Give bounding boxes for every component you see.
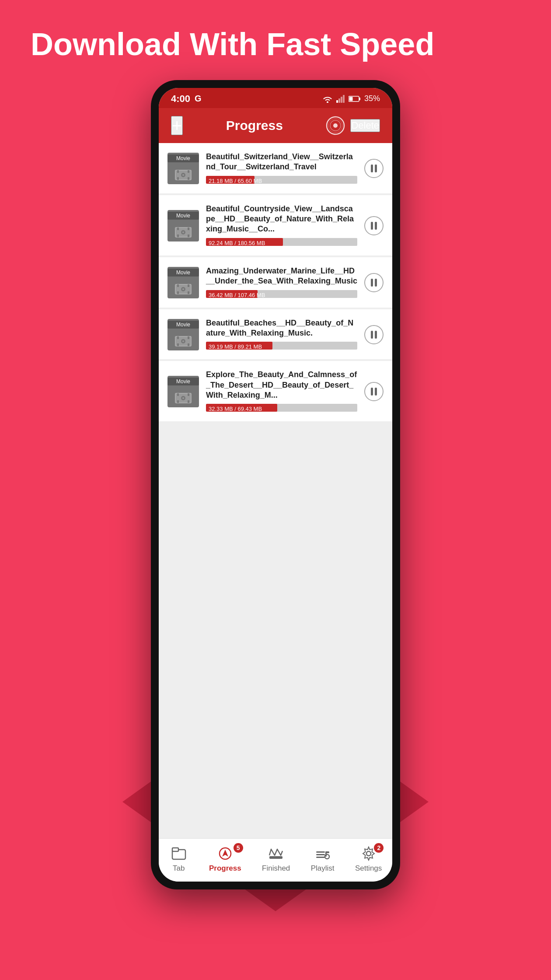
pause-button[interactable] <box>364 273 384 292</box>
hero-title: Download With Fast Speed <box>0 0 551 76</box>
item-info: Beautiful_Countryside_View__Landscape__H… <box>206 204 357 248</box>
nav-item-playlist[interactable]: Playlist <box>311 846 335 873</box>
progress-badge: 5 <box>234 843 243 853</box>
item-info: Beautiful_Beaches__HD__Beauty_of_Nature_… <box>206 318 357 352</box>
status-time: 4:00 <box>171 93 190 105</box>
nav-item-tab[interactable]: Tab <box>169 846 188 873</box>
svg-rect-42 <box>177 400 179 403</box>
svg-rect-34 <box>188 336 189 339</box>
settings-nav-icon: 2 <box>359 846 378 861</box>
tab-nav-label: Tab <box>173 864 185 873</box>
item-name: Beautiful_Countryside_View__Landscape__H… <box>206 204 357 234</box>
svg-rect-51 <box>316 854 325 855</box>
svg-point-31 <box>182 288 184 290</box>
download-item: Movie Beautiful_Switzerland_View__Switze… <box>159 143 392 193</box>
pause-icon <box>371 331 377 339</box>
svg-point-56 <box>366 851 371 856</box>
download-item: Movie Beautiful_Beaches__HD__Beauty_of_N… <box>159 309 392 360</box>
svg-rect-35 <box>177 343 179 346</box>
progress-nav-label: Progress <box>209 864 241 873</box>
wifi-icon <box>322 95 333 103</box>
svg-rect-29 <box>188 291 189 294</box>
svg-rect-36 <box>188 343 189 346</box>
svg-point-45 <box>182 397 184 399</box>
svg-rect-50 <box>316 851 325 853</box>
svg-rect-28 <box>177 291 179 294</box>
movie-label: Movie <box>167 378 199 385</box>
app-header: + Progress Delete <box>159 108 392 143</box>
pause-icon <box>371 222 377 230</box>
settings-nav-label: Settings <box>355 864 382 873</box>
svg-rect-20 <box>188 228 189 230</box>
google-icon: G <box>195 94 202 104</box>
movie-label: Movie <box>167 321 199 329</box>
pause-icon <box>371 388 377 396</box>
svg-rect-55 <box>325 851 329 853</box>
progress-bar-container: 92.24 MB / 180.56 MB <box>206 238 357 248</box>
svg-rect-33 <box>177 336 179 339</box>
download-item: Movie Beautiful_Countryside_View__Landsc… <box>159 195 392 256</box>
progress-bar-container: 36.42 MB / 107.46 MB <box>206 290 357 300</box>
svg-point-24 <box>182 231 184 233</box>
phone-screen: 4:00 G <box>159 88 392 882</box>
add-button[interactable]: + <box>171 116 183 135</box>
item-info: Beautiful_Switzerland_View__Switzerland_… <box>206 152 357 186</box>
film-icon <box>174 391 192 406</box>
svg-rect-19 <box>177 228 179 230</box>
svg-rect-15 <box>188 177 189 180</box>
phone-container: 4:00 G <box>144 80 407 911</box>
item-thumbnail: Movie <box>167 210 199 242</box>
progress-label: 36.42 MB / 107.46 MB <box>209 291 265 298</box>
item-thumbnail: Movie <box>167 267 199 298</box>
svg-rect-3 <box>343 95 345 103</box>
item-name: Beautiful_Switzerland_View__Switzerland_… <box>206 152 357 172</box>
tab-nav-icon <box>169 846 188 861</box>
progress-nav-icon: 5 <box>216 846 235 861</box>
progress-bar-container: 32.33 MB / 69.43 MB <box>206 404 357 413</box>
svg-rect-14 <box>177 177 179 180</box>
battery-icon <box>349 95 361 102</box>
svg-rect-26 <box>177 284 179 287</box>
film-icon <box>174 282 192 297</box>
svg-rect-49 <box>269 856 282 859</box>
pause-button[interactable] <box>364 325 384 344</box>
svg-rect-21 <box>177 234 179 237</box>
pause-button[interactable] <box>364 159 384 178</box>
item-thumbnail: Movie <box>167 153 199 184</box>
finished-nav-icon <box>266 846 286 861</box>
item-info: Amazing_Underwater_Marine_Life__HD__Unde… <box>206 266 357 300</box>
playlist-nav-label: Playlist <box>311 864 335 873</box>
phone-frame: 4:00 G <box>151 80 400 889</box>
svg-rect-41 <box>188 393 189 396</box>
battery-percent: 35% <box>364 94 380 103</box>
pause-icon <box>371 279 377 287</box>
delete-button[interactable]: Delete <box>350 119 380 132</box>
item-thumbnail: Movie <box>167 376 199 407</box>
nav-item-progress[interactable]: 5Progress <box>209 846 241 873</box>
nav-item-settings[interactable]: 2Settings <box>355 846 382 873</box>
svg-rect-27 <box>188 284 189 287</box>
item-name: Beautiful_Beaches__HD__Beauty_of_Nature_… <box>206 318 357 339</box>
svg-rect-47 <box>172 848 178 851</box>
svg-point-17 <box>182 174 184 176</box>
download-list: Movie Beautiful_Switzerland_View__Switze… <box>159 143 392 838</box>
pause-button[interactable] <box>364 216 384 235</box>
film-icon <box>174 334 192 349</box>
progress-label: 92.24 MB / 180.56 MB <box>209 239 265 246</box>
film-icon <box>174 225 192 240</box>
movie-label: Movie <box>167 154 199 162</box>
pause-button[interactable] <box>364 382 384 401</box>
status-bar: 4:00 G <box>159 88 392 108</box>
download-item: Movie Explore_The_Beauty_And_Calmness_of… <box>159 361 392 421</box>
bottom-nav: Tab5ProgressFinishedPlaylist2Settings <box>159 838 392 882</box>
settings-badge: 2 <box>374 843 384 853</box>
movie-label: Movie <box>167 269 199 276</box>
pause-icon <box>371 164 377 172</box>
item-name: Amazing_Underwater_Marine_Life__HD__Unde… <box>206 266 357 287</box>
status-icons: 35% <box>322 94 380 103</box>
svg-rect-6 <box>349 97 352 101</box>
film-icon <box>174 168 192 182</box>
svg-rect-1 <box>338 98 340 103</box>
svg-rect-2 <box>341 97 342 103</box>
nav-item-finished[interactable]: Finished <box>262 846 290 873</box>
